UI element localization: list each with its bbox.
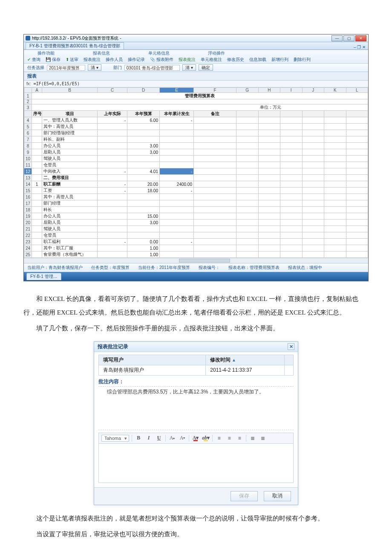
paragraph: 填了几个数，保存一下。然后按照操作手册的提示，点报表批注按钮，出来这个界面。	[23, 322, 369, 335]
dialog-save-button[interactable]: 保存	[231, 491, 258, 501]
cell-user: 青岛财务填报用户	[99, 365, 206, 375]
minimize-button[interactable]: —	[331, 35, 343, 41]
table-row[interactable]: 12中岗收入-4.01-	[24, 168, 368, 175]
font-family-select[interactable]: Tahoma	[101, 435, 129, 442]
col-scroll	[285, 355, 294, 365]
fx-value: =IF(E5=0,0,E15/E5)	[34, 81, 80, 86]
table-row[interactable]: 21驾驶人员	[24, 226, 368, 232]
column-header[interactable]: K	[324, 88, 346, 93]
align-left-button[interactable]: ≡	[215, 434, 223, 442]
formula-bar[interactable]: fx: =IF(E5=0,0,E15/E5)	[24, 81, 368, 87]
submit-button[interactable]: 送审	[66, 57, 79, 63]
add-rowcol-button[interactable]: 新增行列	[271, 57, 288, 63]
table-row[interactable]: 25食堂费用（水电煤气）1.00	[24, 251, 368, 258]
table-row[interactable]: 8办公人员3.00	[24, 143, 368, 149]
table-row[interactable]: 7科长、副科	[24, 136, 368, 143]
table-row[interactable]: 16其中：高管人员	[24, 194, 368, 200]
table-row[interactable]: 5其中：高管人员	[24, 124, 368, 130]
paragraph: 这个是让笔者填报表批注的，就是笔者想对这个预算表做一个总的说明，让领导审批的时候…	[23, 512, 369, 526]
close-button[interactable]: ✕	[355, 35, 366, 41]
column-header[interactable]: J	[302, 88, 324, 93]
op-log-button[interactable]: 操作记录	[128, 57, 145, 63]
column-header[interactable]: D	[127, 88, 160, 93]
save-button[interactable]: 保存	[46, 57, 61, 63]
table-row[interactable]: 9后勤人员3.00	[24, 149, 368, 156]
ordered-list-button[interactable]: ≣	[249, 434, 257, 442]
report-note2-button[interactable]: 报表批注	[179, 57, 196, 63]
col-user[interactable]: 填写用户	[99, 355, 206, 365]
confirm-button[interactable]: 确定	[199, 64, 213, 71]
column-header[interactable]: H	[258, 88, 280, 93]
table-row[interactable]: 20后勤人员3.00	[24, 220, 368, 226]
table-row[interactable]: 10驾驶人员	[24, 156, 368, 162]
table-row[interactable]: 23职工福利-0.00-	[24, 239, 368, 245]
column-header[interactable]: F	[194, 88, 236, 93]
editor-toolbar: Tahoma B I U A▴ A▾ A▾ ab▾ ≡ ≡ ≡ ≣ ≣	[98, 433, 294, 444]
document-tab[interactable]: FY-B-1 管理费用预算表030101 青岛-综合管理部	[26, 42, 124, 49]
note-label: 批注内容：	[98, 378, 294, 385]
task-select[interactable]: 2011年年度预算	[47, 65, 85, 71]
shrink-font-button[interactable]: A▾	[179, 434, 186, 442]
query-button[interactable]: 查询	[27, 57, 40, 63]
font-color-button[interactable]: A▾	[192, 434, 199, 442]
app-window: http://192.168.3.2/ - EPV5.0全面预算管理系统 - —…	[23, 34, 369, 281]
align-center-button[interactable]: ≡	[225, 434, 233, 442]
note-content: 综合管理部总共费用53.5万，比上年高12.3%，主要因为人员增加了。	[98, 386, 294, 430]
fx-label: fx:	[26, 81, 31, 86]
window-title: http://192.168.3.2/ - EPV5.0全面预算管理系统 -	[32, 35, 331, 41]
del-rowcol-button[interactable]: 删除行列	[294, 57, 311, 63]
column-header[interactable]: E	[160, 88, 194, 93]
report-note-button[interactable]: 报表批注	[84, 57, 101, 63]
editor-textarea[interactable]	[98, 444, 294, 483]
history-button[interactable]: 修改历史	[227, 57, 244, 63]
table-row[interactable]: 13二、费用项目	[24, 175, 368, 181]
column-header[interactable]: L	[346, 88, 368, 93]
spreadsheet[interactable]: ABCDEFGHIJKL1管理费用预算表23单位：万元序号项目上年实际本年预算本…	[24, 87, 368, 263]
table-row[interactable]: 青岛财务填报用户 2011-4-2 11:33:37	[99, 365, 294, 375]
underline-button[interactable]: U	[155, 434, 163, 442]
column-header[interactable]: G	[236, 88, 259, 93]
highlight-color-button[interactable]: ab▾	[202, 434, 210, 442]
grow-font-button[interactable]: A▴	[168, 434, 176, 442]
task-label: 任务选择	[27, 65, 44, 71]
table-row[interactable]: 141职工薪酬-20.002400.00	[24, 181, 368, 188]
annotation-dialog: 报表批注记录 ✕ 填写用户 修改时间 青岛财务填报用户 2011-4-2 11:…	[94, 341, 298, 505]
maximize-button[interactable]: ▢	[343, 35, 355, 41]
table-row[interactable]: 4一、管理人员人数-6.00-	[24, 117, 368, 124]
table-row[interactable]: 6部门经理/副经理	[24, 130, 368, 136]
group-cell-info: 单元格信息	[148, 50, 170, 56]
column-header[interactable]	[24, 88, 32, 93]
inner-window-controls[interactable]: – ❐ ✕	[354, 45, 366, 49]
unordered-list-button[interactable]: ≣	[259, 434, 267, 442]
cell-note-button[interactable]: 单元格批注	[201, 57, 222, 63]
table-row[interactable]: 17部门经理	[24, 200, 368, 207]
cell-time: 2011-4-2 11:33:37	[206, 365, 285, 375]
dept-clear-button[interactable]: 清 ▾	[182, 64, 196, 71]
table-row[interactable]: 18科长	[24, 207, 368, 213]
load-info-button[interactable]: 信息加载	[249, 57, 266, 63]
table-row[interactable]: 22仓管员	[24, 232, 368, 239]
attachment-button[interactable]: 报表附件	[150, 57, 173, 63]
table-row[interactable]: 24其中：职工厂服1.00	[24, 245, 368, 251]
bottom-tab[interactable]: FY-B-1 管理…	[26, 273, 61, 280]
group-float-op: 浮动操作	[208, 50, 225, 56]
task-clear-button[interactable]: 清 ▾	[88, 64, 101, 71]
column-header[interactable]: I	[280, 88, 303, 93]
align-right-button[interactable]: ≡	[236, 434, 243, 442]
table-row[interactable]: 15工资-18.00-	[24, 188, 368, 194]
italic-button[interactable]: I	[145, 434, 153, 442]
column-header[interactable]: C	[98, 88, 127, 93]
dialog-cancel-button[interactable]: 取消	[264, 491, 291, 501]
column-header[interactable]: A	[32, 88, 42, 93]
op-user-button[interactable]: 操作人员	[106, 57, 123, 63]
column-header[interactable]: B	[42, 88, 98, 93]
horizontal-scrollbar[interactable]	[24, 258, 368, 263]
bold-button[interactable]: B	[135, 434, 142, 442]
bottom-tabbar: FY-B-1 管理…	[24, 272, 368, 281]
dept-select[interactable]: 030101 青岛-综合管理部	[124, 65, 180, 71]
table-row[interactable]: 19办公人员15.00	[24, 213, 368, 220]
col-time[interactable]: 修改时间	[206, 355, 285, 365]
table-row[interactable]: 11仓管员	[24, 162, 368, 168]
dialog-titlebar: 报表批注记录 ✕	[94, 342, 298, 352]
dialog-close-button[interactable]: ✕	[288, 343, 294, 350]
